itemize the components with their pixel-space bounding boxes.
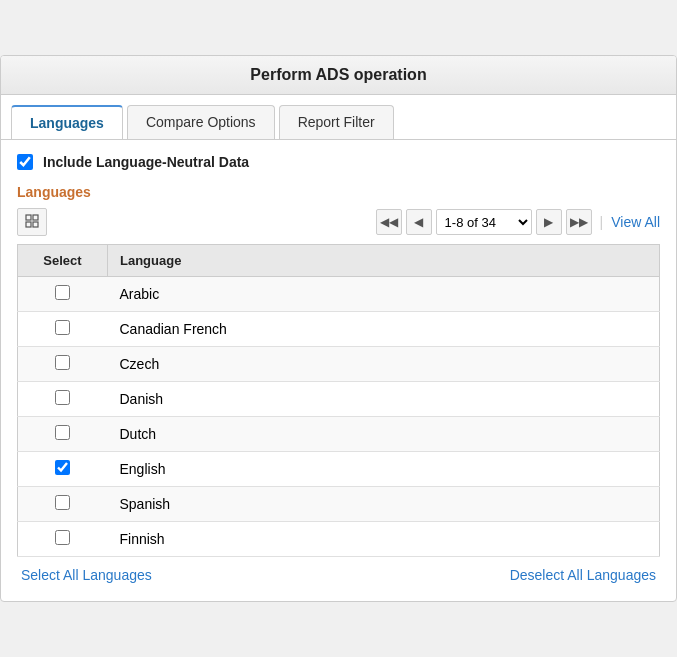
svg-rect-0 — [26, 215, 31, 220]
svg-rect-2 — [26, 222, 31, 227]
row-language-dutch: Dutch — [108, 417, 660, 452]
tab-report-filter[interactable]: Report Filter — [279, 105, 394, 139]
languages-section-title: Languages — [17, 184, 660, 200]
page-select-wrap: 1-8 of 34 9-16 of 34 17-24 of 34 25-32 o… — [436, 209, 532, 235]
table-row: Dutch — [18, 417, 660, 452]
select-all-link[interactable]: Select All Languages — [21, 567, 152, 583]
col-header-select: Select — [18, 245, 108, 277]
table-row: Arabic — [18, 277, 660, 312]
tabs-bar: Languages Compare Options Report Filter — [1, 95, 676, 140]
table-row: Danish — [18, 382, 660, 417]
row-language-english: English — [108, 452, 660, 487]
view-all-link[interactable]: View All — [611, 214, 660, 230]
tab-languages[interactable]: Languages — [11, 105, 123, 140]
language-table: Select Language ArabicCanadian FrenchCze… — [17, 244, 660, 557]
include-neutral-row: Include Language-Neutral Data — [17, 154, 660, 170]
first-page-button[interactable]: ◀◀ — [376, 209, 402, 235]
include-neutral-checkbox[interactable] — [17, 154, 33, 170]
row-checkbox-english[interactable] — [55, 460, 70, 475]
grid-view-button[interactable] — [17, 208, 47, 236]
deselect-all-link[interactable]: Deselect All Languages — [510, 567, 656, 583]
next-page-icon: ▶ — [544, 215, 553, 229]
page-select[interactable]: 1-8 of 34 9-16 of 34 17-24 of 34 25-32 o… — [436, 209, 532, 235]
row-checkbox-finnish[interactable] — [55, 530, 70, 545]
row-language-czech: Czech — [108, 347, 660, 382]
table-row: Canadian French — [18, 312, 660, 347]
row-checkbox-danish[interactable] — [55, 390, 70, 405]
row-checkbox-canadian-french[interactable] — [55, 320, 70, 335]
col-header-language: Language — [108, 245, 660, 277]
prev-page-button[interactable]: ◀ — [406, 209, 432, 235]
pagination-bar: ◀◀ ◀ 1-8 of 34 9-16 of 34 17-24 of 34 25… — [17, 208, 660, 236]
table-row: Spanish — [18, 487, 660, 522]
last-page-button[interactable]: ▶▶ — [566, 209, 592, 235]
row-checkbox-arabic[interactable] — [55, 285, 70, 300]
last-page-icon: ▶▶ — [570, 215, 588, 229]
svg-rect-3 — [33, 222, 38, 227]
table-header-row: Select Language — [18, 245, 660, 277]
bottom-links: Select All Languages Deselect All Langua… — [17, 557, 660, 587]
separator: | — [600, 214, 604, 230]
row-language-canadian-french: Canadian French — [108, 312, 660, 347]
table-row: Finnish — [18, 522, 660, 557]
svg-rect-1 — [33, 215, 38, 220]
row-checkbox-czech[interactable] — [55, 355, 70, 370]
row-language-danish: Danish — [108, 382, 660, 417]
dialog-title: Perform ADS operation — [1, 56, 676, 95]
first-page-icon: ◀◀ — [380, 215, 398, 229]
table-row: English — [18, 452, 660, 487]
tab-content: Include Language-Neutral Data Languages … — [1, 140, 676, 601]
row-checkbox-spanish[interactable] — [55, 495, 70, 510]
row-checkbox-dutch[interactable] — [55, 425, 70, 440]
row-language-spanish: Spanish — [108, 487, 660, 522]
prev-page-icon: ◀ — [414, 215, 423, 229]
include-neutral-label: Include Language-Neutral Data — [43, 154, 249, 170]
grid-icon — [25, 214, 39, 231]
row-language-finnish: Finnish — [108, 522, 660, 557]
tab-compare-options[interactable]: Compare Options — [127, 105, 275, 139]
next-page-button[interactable]: ▶ — [536, 209, 562, 235]
dialog: Perform ADS operation Languages Compare … — [0, 55, 677, 602]
row-language-arabic: Arabic — [108, 277, 660, 312]
table-row: Czech — [18, 347, 660, 382]
